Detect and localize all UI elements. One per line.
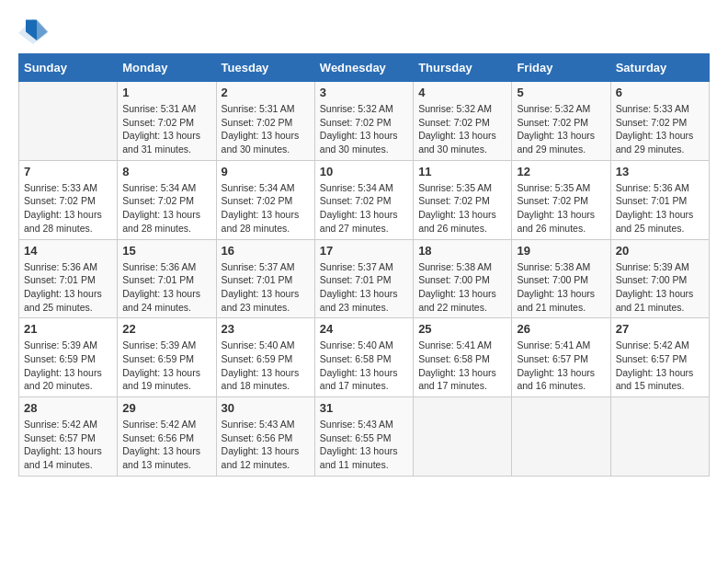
day-number: 6	[616, 86, 704, 99]
weekday-header-wednesday: Wednesday	[314, 54, 413, 82]
calendar-cell: 2Sunrise: 5:31 AM Sunset: 7:02 PM Daylig…	[216, 82, 314, 161]
day-number: 31	[320, 401, 408, 415]
cell-content: Sunrise: 5:37 AM Sunset: 7:01 PM Dayligh…	[320, 260, 408, 315]
cell-content: Sunrise: 5:40 AM Sunset: 6:58 PM Dayligh…	[320, 339, 408, 393]
day-number: 26	[517, 322, 605, 336]
cell-content: Sunrise: 5:39 AM Sunset: 7:00 PM Dayligh…	[616, 260, 704, 315]
calendar-cell: 25Sunrise: 5:41 AM Sunset: 6:58 PM Dayli…	[414, 318, 512, 397]
day-number: 11	[418, 165, 506, 178]
calendar-week-row: 21Sunrise: 5:39 AM Sunset: 6:59 PM Dayli…	[19, 318, 710, 397]
cell-content: Sunrise: 5:36 AM Sunset: 7:01 PM Dayligh…	[616, 181, 704, 236]
calendar-cell: 21Sunrise: 5:39 AM Sunset: 6:59 PM Dayli…	[19, 318, 118, 397]
cell-content: Sunrise: 5:38 AM Sunset: 7:00 PM Dayligh…	[418, 260, 506, 315]
calendar-week-row: 28Sunrise: 5:42 AM Sunset: 6:57 PM Dayli…	[19, 397, 710, 477]
calendar-cell: 29Sunrise: 5:42 AM Sunset: 6:56 PM Dayli…	[118, 397, 216, 477]
day-number: 23	[222, 322, 310, 336]
day-number: 27	[616, 322, 704, 336]
day-number: 14	[24, 244, 112, 258]
weekday-header-friday: Friday	[512, 54, 610, 82]
day-number: 19	[517, 244, 605, 258]
cell-content: Sunrise: 5:32 AM Sunset: 7:02 PM Dayligh…	[517, 102, 605, 156]
day-number: 12	[517, 165, 605, 178]
calendar-cell	[19, 82, 118, 161]
calendar-cell: 23Sunrise: 5:40 AM Sunset: 6:59 PM Dayli…	[216, 318, 314, 397]
cell-content: Sunrise: 5:31 AM Sunset: 7:02 PM Dayligh…	[222, 102, 310, 156]
weekday-row: SundayMondayTuesdayWednesdayThursdayFrid…	[19, 54, 710, 82]
logo	[18, 18, 53, 44]
cell-content: Sunrise: 5:42 AM Sunset: 6:57 PM Dayligh…	[24, 418, 112, 472]
cell-content: Sunrise: 5:34 AM Sunset: 7:02 PM Dayligh…	[222, 181, 310, 236]
calendar-cell: 27Sunrise: 5:42 AM Sunset: 6:57 PM Dayli…	[610, 318, 709, 397]
calendar-cell: 16Sunrise: 5:37 AM Sunset: 7:01 PM Dayli…	[216, 239, 314, 318]
calendar-cell: 19Sunrise: 5:38 AM Sunset: 7:00 PM Dayli…	[512, 239, 610, 318]
day-number: 5	[517, 86, 605, 99]
calendar-cell: 12Sunrise: 5:35 AM Sunset: 7:02 PM Dayli…	[512, 160, 610, 239]
day-number: 3	[320, 86, 408, 99]
calendar-cell: 24Sunrise: 5:40 AM Sunset: 6:58 PM Dayli…	[314, 318, 413, 397]
cell-content: Sunrise: 5:31 AM Sunset: 7:02 PM Dayligh…	[122, 102, 210, 156]
cell-content: Sunrise: 5:41 AM Sunset: 6:57 PM Dayligh…	[517, 339, 605, 393]
calendar-cell: 26Sunrise: 5:41 AM Sunset: 6:57 PM Dayli…	[512, 318, 610, 397]
cell-content: Sunrise: 5:43 AM Sunset: 6:56 PM Dayligh…	[222, 418, 310, 472]
calendar-cell	[414, 397, 512, 477]
day-number: 9	[222, 165, 310, 178]
day-number: 21	[24, 322, 112, 336]
calendar-cell: 28Sunrise: 5:42 AM Sunset: 6:57 PM Dayli…	[19, 397, 118, 477]
cell-content: Sunrise: 5:37 AM Sunset: 7:01 PM Dayligh…	[222, 260, 310, 315]
day-number: 25	[418, 322, 506, 336]
cell-content: Sunrise: 5:42 AM Sunset: 6:56 PM Dayligh…	[122, 418, 210, 472]
day-number: 24	[320, 322, 408, 336]
calendar-cell: 9Sunrise: 5:34 AM Sunset: 7:02 PM Daylig…	[216, 160, 314, 239]
weekday-header-monday: Monday	[118, 54, 216, 82]
day-number: 4	[418, 86, 506, 99]
day-number: 22	[122, 322, 210, 336]
cell-content: Sunrise: 5:33 AM Sunset: 7:02 PM Dayligh…	[24, 181, 112, 236]
calendar-cell	[512, 397, 610, 477]
cell-content: Sunrise: 5:34 AM Sunset: 7:02 PM Dayligh…	[122, 181, 210, 236]
cell-content: Sunrise: 5:39 AM Sunset: 6:59 PM Dayligh…	[24, 339, 112, 393]
calendar-cell: 18Sunrise: 5:38 AM Sunset: 7:00 PM Dayli…	[414, 239, 512, 318]
cell-content: Sunrise: 5:41 AM Sunset: 6:58 PM Dayligh…	[418, 339, 506, 393]
cell-content: Sunrise: 5:35 AM Sunset: 7:02 PM Dayligh…	[418, 181, 506, 236]
calendar-header: SundayMondayTuesdayWednesdayThursdayFrid…	[19, 54, 710, 82]
cell-content: Sunrise: 5:43 AM Sunset: 6:55 PM Dayligh…	[320, 418, 408, 472]
calendar-cell: 20Sunrise: 5:39 AM Sunset: 7:00 PM Dayli…	[610, 239, 709, 318]
calendar-cell: 4Sunrise: 5:32 AM Sunset: 7:02 PM Daylig…	[414, 82, 512, 161]
logo-icon	[18, 18, 48, 44]
calendar-cell: 22Sunrise: 5:39 AM Sunset: 6:59 PM Dayli…	[118, 318, 216, 397]
day-number: 10	[320, 165, 408, 178]
weekday-header-tuesday: Tuesday	[216, 54, 314, 82]
calendar-body: 1Sunrise: 5:31 AM Sunset: 7:02 PM Daylig…	[19, 82, 710, 477]
day-number: 7	[24, 165, 112, 178]
day-number: 30	[222, 401, 310, 415]
day-number: 29	[122, 401, 210, 415]
cell-content: Sunrise: 5:34 AM Sunset: 7:02 PM Dayligh…	[320, 181, 408, 236]
calendar-cell: 10Sunrise: 5:34 AM Sunset: 7:02 PM Dayli…	[314, 160, 413, 239]
svg-marker-1	[37, 20, 48, 40]
weekday-header-thursday: Thursday	[414, 54, 512, 82]
day-number: 18	[418, 244, 506, 258]
cell-content: Sunrise: 5:36 AM Sunset: 7:01 PM Dayligh…	[24, 260, 112, 315]
day-number: 13	[616, 165, 704, 178]
calendar-cell: 7Sunrise: 5:33 AM Sunset: 7:02 PM Daylig…	[19, 160, 118, 239]
cell-content: Sunrise: 5:35 AM Sunset: 7:02 PM Dayligh…	[517, 181, 605, 236]
day-number: 17	[320, 244, 408, 258]
calendar-cell: 31Sunrise: 5:43 AM Sunset: 6:55 PM Dayli…	[314, 397, 413, 477]
calendar-week-row: 14Sunrise: 5:36 AM Sunset: 7:01 PM Dayli…	[19, 239, 710, 318]
cell-content: Sunrise: 5:39 AM Sunset: 6:59 PM Dayligh…	[122, 339, 210, 393]
cell-content: Sunrise: 5:40 AM Sunset: 6:59 PM Dayligh…	[222, 339, 310, 393]
calendar-cell: 1Sunrise: 5:31 AM Sunset: 7:02 PM Daylig…	[118, 82, 216, 161]
calendar-cell: 17Sunrise: 5:37 AM Sunset: 7:01 PM Dayli…	[314, 239, 413, 318]
day-number: 2	[222, 86, 310, 99]
weekday-header-sunday: Sunday	[19, 54, 118, 82]
cell-content: Sunrise: 5:36 AM Sunset: 7:01 PM Dayligh…	[122, 260, 210, 315]
page-header	[18, 18, 710, 44]
calendar-table: SundayMondayTuesdayWednesdayThursdayFrid…	[18, 53, 710, 477]
day-number: 8	[122, 165, 210, 178]
calendar-cell: 8Sunrise: 5:34 AM Sunset: 7:02 PM Daylig…	[118, 160, 216, 239]
cell-content: Sunrise: 5:33 AM Sunset: 7:02 PM Dayligh…	[616, 102, 704, 156]
calendar-cell	[610, 397, 709, 477]
calendar-week-row: 1Sunrise: 5:31 AM Sunset: 7:02 PM Daylig…	[19, 82, 710, 161]
calendar-cell: 11Sunrise: 5:35 AM Sunset: 7:02 PM Dayli…	[414, 160, 512, 239]
calendar-cell: 3Sunrise: 5:32 AM Sunset: 7:02 PM Daylig…	[314, 82, 413, 161]
